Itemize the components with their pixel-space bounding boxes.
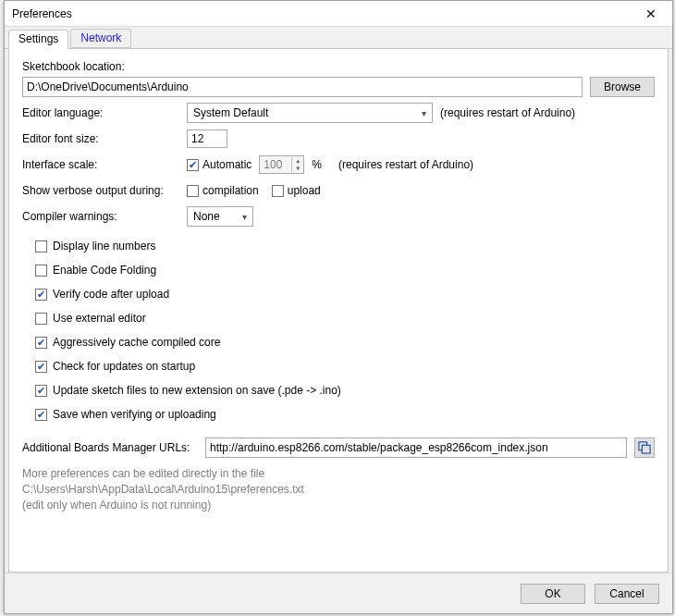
interface-scale-label: Interface scale: [22,158,179,171]
code-folding-label: Enable Code Folding [53,264,156,277]
spinner-up-icon[interactable]: ▲ [292,157,303,165]
cancel-button[interactable]: Cancel [595,584,659,604]
verify-after-upload-checkbox[interactable] [35,289,47,301]
language-restart-hint: (requires restart of Arduino) [440,106,575,119]
svg-rect-1 [642,445,650,453]
tab-settings[interactable]: Settings [8,30,68,49]
browse-button[interactable]: Browse [590,77,655,97]
automatic-scale-label: Automatic [202,158,252,171]
titlebar: Preferences ✕ [5,1,672,27]
tab-network[interactable]: Network [70,29,131,48]
scale-restart-hint: (requires restart of Arduino) [338,158,473,171]
scale-value: 100 [260,158,291,171]
compiler-warnings-value: None [193,210,220,223]
automatic-scale-checkbox[interactable] [187,159,199,171]
verbose-upload-checkbox[interactable] [272,185,284,197]
verify-after-upload-label: Verify code after upload [53,288,169,301]
code-folding-checkbox[interactable] [35,265,47,277]
editor-language-label: Editor language: [22,106,179,119]
more-prefs-note: More preferences can be edited directly … [22,467,655,480]
boards-urls-label: Additional Boards Manager URLs: [22,441,198,454]
sketchbook-label: Sketchbook location: [22,60,179,73]
verbose-label: Show verbose output during: [22,184,179,197]
compiler-warnings-select[interactable]: None ▾ [187,206,253,227]
dialog-footer: OK Cancel [5,573,672,613]
editor-language-value: System Default [193,106,268,119]
verbose-upload-label: upload [288,184,321,197]
spinner-down-icon[interactable]: ▼ [292,165,303,172]
chevron-down-icon: ▾ [422,108,426,118]
ok-button[interactable]: OK [521,584,585,604]
edit-warn-note: (edit only when Arduino is not running) [22,499,655,511]
tab-strip: Settings Network [5,27,672,49]
settings-panel: Sketchbook location: Browse Editor langu… [8,49,669,573]
editor-language-select[interactable]: System Default ▾ [187,103,433,123]
font-size-label: Editor font size: [22,132,179,145]
close-icon: ✕ [645,6,657,21]
window-title: Preferences [12,7,72,20]
percent-label: % [312,158,322,171]
save-verify-label: Save when verifying or uploading [53,408,216,421]
font-size-input[interactable] [187,129,227,148]
external-editor-label: Use external editor [53,312,146,325]
scale-spinner[interactable]: 100 ▲ ▼ [259,155,304,174]
external-editor-checkbox[interactable] [35,313,47,325]
display-line-numbers-label: Display line numbers [53,240,155,253]
verbose-compilation-checkbox[interactable] [187,185,199,197]
chevron-down-icon: ▾ [242,212,247,222]
boards-urls-input[interactable] [205,437,627,458]
cache-core-checkbox[interactable] [35,337,47,349]
update-ext-label: Update sketch files to new extension on … [53,384,341,397]
display-line-numbers-checkbox[interactable] [35,240,47,253]
verbose-compilation-label: compilation [202,184,259,197]
check-updates-checkbox[interactable] [35,361,47,373]
boards-urls-expand-button[interactable] [634,437,655,458]
check-updates-label: Check for updates on startup [53,360,195,373]
close-button[interactable]: ✕ [632,2,670,26]
preferences-window: Preferences ✕ Settings Network Sketchboo… [4,0,673,614]
compiler-warnings-label: Compiler warnings: [22,210,179,223]
save-verify-checkbox[interactable] [35,409,47,421]
sketchbook-path-input[interactable] [22,77,583,97]
cache-core-label: Aggressively cache compiled core [53,336,220,349]
prefs-path-note[interactable]: C:\Users\Harsh\AppData\Local\Arduino15\p… [22,483,655,496]
window-icon [638,441,651,454]
update-ext-checkbox[interactable] [35,385,47,397]
